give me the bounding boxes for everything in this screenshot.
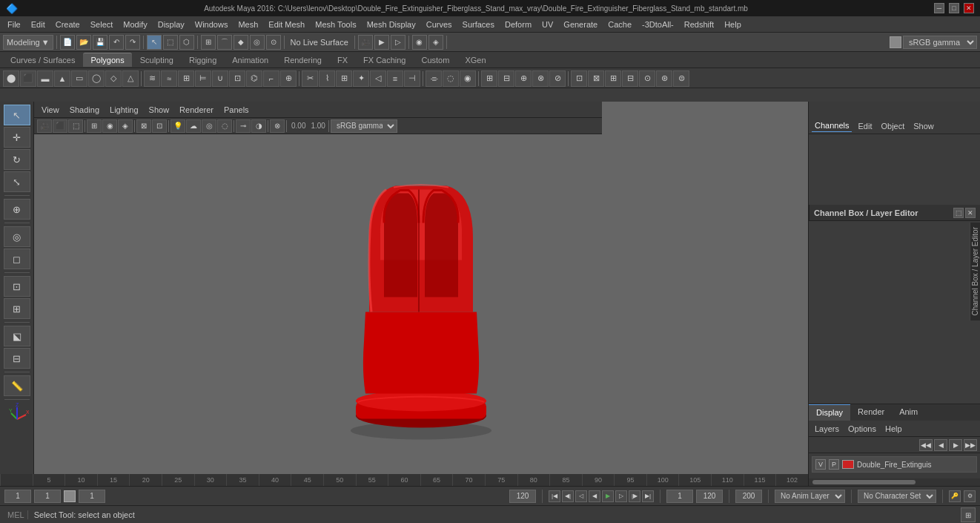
tick-105[interactable]: 105 xyxy=(678,474,711,486)
move-tool[interactable]: ✛ xyxy=(4,127,30,148)
play-back-btn[interactable]: ◀ xyxy=(589,490,600,502)
menu-edit[interactable]: Edit xyxy=(27,19,50,30)
vp-dof-btn[interactable]: ◌ xyxy=(217,119,232,133)
render-button[interactable]: ▶ xyxy=(374,35,389,50)
tick-85[interactable]: 85 xyxy=(549,474,582,486)
tick-50[interactable]: 50 xyxy=(323,474,356,486)
frame-color[interactable] xyxy=(64,490,76,502)
layer-scrollbar[interactable] xyxy=(809,478,980,486)
channel-box-vert-label[interactable]: Channel Box / Layer Editor xyxy=(970,223,980,320)
menu-redshift[interactable]: Redshift xyxy=(680,19,718,30)
vp-camera-btn[interactable]: 🎥 xyxy=(37,119,52,133)
vp-grid-btn[interactable]: ⊠ xyxy=(136,119,151,133)
torus-btn[interactable]: ◯ xyxy=(88,70,105,87)
layer-tab-anim[interactable]: Anim xyxy=(892,404,925,421)
anim-layer-select[interactable]: No Anim Layer xyxy=(775,490,845,503)
vp-menu-show[interactable]: Show xyxy=(146,104,173,116)
pyramid-btn[interactable]: △ xyxy=(122,70,139,87)
range-start-input[interactable] xyxy=(696,490,723,503)
snap-grid-button[interactable]: ⊞ xyxy=(201,35,216,50)
menu-edit-mesh[interactable]: Edit Mesh xyxy=(264,19,309,30)
layer-tab-render[interactable]: Render xyxy=(850,404,892,421)
tab-xgen[interactable]: XGen xyxy=(457,53,493,67)
layer-menu-help[interactable]: Help xyxy=(882,423,905,435)
menu-mesh-display[interactable]: Mesh Display xyxy=(362,19,420,30)
smooth2-btn[interactable]: ≈ xyxy=(161,70,177,87)
relax-btn[interactable]: ⌯ xyxy=(426,70,442,87)
tab-custom[interactable]: Custom xyxy=(414,53,457,67)
goto-start-btn[interactable]: |◀ xyxy=(549,490,560,502)
goto-end-btn[interactable]: ▶| xyxy=(642,490,654,502)
vertex-btn[interactable]: ◉ xyxy=(460,70,476,87)
menu-uv[interactable]: UV xyxy=(537,19,557,30)
ch-menu-show[interactable]: Show xyxy=(910,120,937,132)
tick-25[interactable]: 25 xyxy=(162,474,194,486)
menu-deform[interactable]: Deform xyxy=(500,19,536,30)
automatic-map-btn[interactable]: ⊘ xyxy=(549,70,566,87)
planar-map-btn[interactable]: ⊟ xyxy=(498,70,514,87)
close-button[interactable]: ✕ xyxy=(964,3,974,13)
combine-btn[interactable]: ⊕ xyxy=(280,70,297,87)
select-tool-button[interactable]: ↖ xyxy=(147,35,162,50)
panel-float-btn[interactable]: ⬚ xyxy=(953,208,964,218)
vp-menu-view[interactable]: View xyxy=(39,104,62,116)
step-fwd-btn[interactable]: |▶ xyxy=(629,490,640,502)
camera-button[interactable]: 🎥 xyxy=(358,35,373,50)
layer-next-btn[interactable]: ▶▶ xyxy=(964,439,977,451)
layer-playback-toggle[interactable]: P xyxy=(829,459,839,470)
vp-menu-renderer[interactable]: Renderer xyxy=(176,104,216,116)
mel-label[interactable]: MEL xyxy=(4,510,28,519)
ch-menu-object[interactable]: Object xyxy=(878,120,907,132)
cylindrical-map-btn[interactable]: ⊕ xyxy=(515,70,532,87)
tick-90[interactable]: 90 xyxy=(582,474,615,486)
menu-help[interactable]: Help xyxy=(720,19,746,30)
tab-rigging[interactable]: Rigging xyxy=(182,53,224,67)
script-editor-btn[interactable]: ⊞ xyxy=(961,507,976,522)
play-fwd-btn[interactable]: ▶ xyxy=(602,490,614,502)
vp-aa-btn[interactable]: ⊡ xyxy=(152,119,167,133)
tick-80[interactable]: 80 xyxy=(517,474,550,486)
ch-menu-edit[interactable]: Edit xyxy=(855,120,875,132)
show-hide-button[interactable]: ◉ xyxy=(412,35,427,50)
extrude-btn[interactable]: ⊡ xyxy=(229,70,245,87)
tick-110[interactable]: 110 xyxy=(711,474,744,486)
vp-overscan-btn[interactable]: ⬚ xyxy=(68,119,83,133)
menu-surfaces[interactable]: Surfaces xyxy=(458,19,499,30)
menu-mesh-tools[interactable]: Mesh Tools xyxy=(311,19,360,30)
slide-btn[interactable]: ⊣ xyxy=(404,70,420,87)
tick-65[interactable]: 65 xyxy=(420,474,453,486)
display-6-btn[interactable]: ⊛ xyxy=(656,70,672,87)
color-space-selector[interactable]: sRGB gamma xyxy=(890,36,977,49)
vp-menu-shading[interactable]: Shading xyxy=(67,104,102,116)
save-file-button[interactable]: 💾 xyxy=(93,35,107,50)
char-set-select[interactable]: No Character Set xyxy=(858,490,936,503)
tick-15[interactable]: 15 xyxy=(97,474,130,486)
layer-menu-layers[interactable]: Layers xyxy=(812,423,842,435)
select-tool[interactable]: ↖ xyxy=(4,105,30,125)
vp-colorspace-select[interactable]: sRGB gamma xyxy=(331,119,397,133)
isolation-button[interactable]: ◈ xyxy=(428,35,443,50)
timeline[interactable]: 5 10 15 20 25 30 35 40 45 50 55 60 65 70… xyxy=(0,474,808,486)
knife-btn[interactable]: ⌇ xyxy=(319,70,335,87)
plane-btn[interactable]: ▭ xyxy=(71,70,87,87)
menu-mesh[interactable]: Mesh xyxy=(234,19,262,30)
layer-color-swatch[interactable] xyxy=(842,460,854,469)
layer-tab-display[interactable]: Display xyxy=(809,404,850,421)
show-manipulator[interactable]: ⊡ xyxy=(4,276,30,297)
soft-select[interactable]: ◎ xyxy=(4,226,30,247)
wedge-btn[interactable]: ◁ xyxy=(370,70,386,87)
tick-60[interactable]: 60 xyxy=(388,474,420,486)
layer-back-btn[interactable]: ◀ xyxy=(934,439,947,451)
tab-fx-caching[interactable]: FX Caching xyxy=(356,53,413,67)
tick-95[interactable]: 95 xyxy=(614,474,646,486)
sphere-btn[interactable]: ⬤ xyxy=(3,70,19,87)
bridge-btn[interactable]: ⌬ xyxy=(246,70,262,87)
tick-30[interactable]: 30 xyxy=(194,474,227,486)
universal-transform[interactable]: ⊕ xyxy=(4,199,30,220)
snap-settings[interactable]: ⊞ xyxy=(4,298,30,319)
bool-union-btn[interactable]: ∪ xyxy=(212,70,228,87)
ipr-button[interactable]: ▷ xyxy=(391,35,405,50)
vp-light-btn[interactable]: 💡 xyxy=(170,119,185,133)
menu-3dtall[interactable]: -3DtoAll- xyxy=(638,19,678,30)
frame-all[interactable]: ⊟ xyxy=(4,348,30,369)
